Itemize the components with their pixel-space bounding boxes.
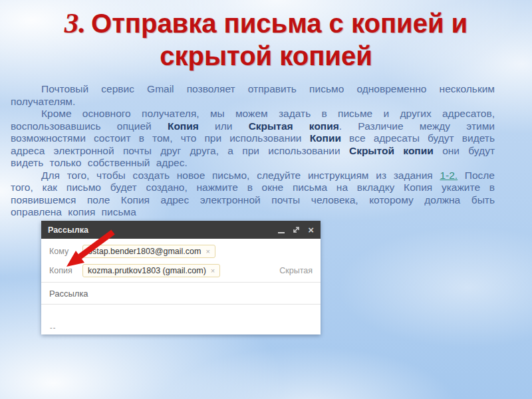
text-run: Почтовый сервис Gmail позволяет отправит… <box>11 83 495 107</box>
paragraph: Для того, чтобы создать новое письмо, сл… <box>11 170 495 219</box>
body-text: Почтовый сервис Gmail позволяет отправит… <box>11 83 495 219</box>
chip-remove-icon[interactable]: × <box>211 267 215 275</box>
recipient-fields: Кому ostap.bender1803@gmail.com × Копия … <box>41 239 321 279</box>
compose-title: Рассылка <box>48 225 88 235</box>
subject-field[interactable]: Рассылка <box>41 283 321 304</box>
presentation-slide: 3.Отправка письма с копией и скрытой коп… <box>0 0 532 399</box>
emphasis-text: Копия <box>168 120 199 132</box>
cc-label: Копия <box>49 266 77 275</box>
close-icon[interactable]: × <box>308 225 314 235</box>
text-run: Для того, чтобы создать новое письмо, сл… <box>41 170 440 181</box>
paragraph: Почтовый сервис Gmail позволяет отправит… <box>11 83 495 108</box>
window-controls: × <box>278 225 314 235</box>
task-1-2-link[interactable]: 1-2. <box>440 170 458 181</box>
compose-titlebar[interactable]: Рассылка × <box>41 221 321 239</box>
slide-title-line1: 3.Отправка письма с копией и <box>0 7 532 40</box>
slide-title-line2: скрытой копией <box>0 40 532 72</box>
emphasis-text: Копии <box>310 132 341 144</box>
chip-remove-icon[interactable]: × <box>205 247 209 255</box>
minimize-icon[interactable] <box>278 232 285 233</box>
gmail-compose-window: Рассылка × Кому ostap.bender1803@gmail.c… <box>41 221 321 334</box>
slide-title-text1: Отправка письма с копией и <box>91 9 467 38</box>
bcc-link[interactable]: Скрытая <box>279 266 313 275</box>
slide-title: 3.Отправка письма с копией и скрытой коп… <box>0 7 532 72</box>
text-run: или <box>199 120 249 132</box>
to-chip-email: ostap.bender1803@gmail.com <box>88 247 201 256</box>
to-row: Кому ostap.bender1803@gmail.com × <box>49 243 313 259</box>
paragraph: Кроме основного получателя, мы можем зад… <box>11 108 495 170</box>
emphasis-text: Скрытая копия <box>249 120 339 132</box>
emphasis-text: Скрытой копии <box>349 145 434 156</box>
cc-row: Копия kozma.prutkov1803 (gmail.com) × Ск… <box>49 263 313 279</box>
expand-icon[interactable] <box>293 226 300 233</box>
cc-recipient-chip[interactable]: kozma.prutkov1803 (gmail.com) × <box>82 264 220 277</box>
to-recipient-chip[interactable]: ostap.bender1803@gmail.com × <box>82 245 215 258</box>
slide-title-number: 3. <box>65 7 91 39</box>
cc-chip-email: kozma.prutkov1803 (gmail.com) <box>88 266 206 275</box>
signature-dashes: -- <box>50 323 56 331</box>
to-label: Кому <box>49 247 77 256</box>
message-body-field[interactable]: -- <box>41 305 321 334</box>
